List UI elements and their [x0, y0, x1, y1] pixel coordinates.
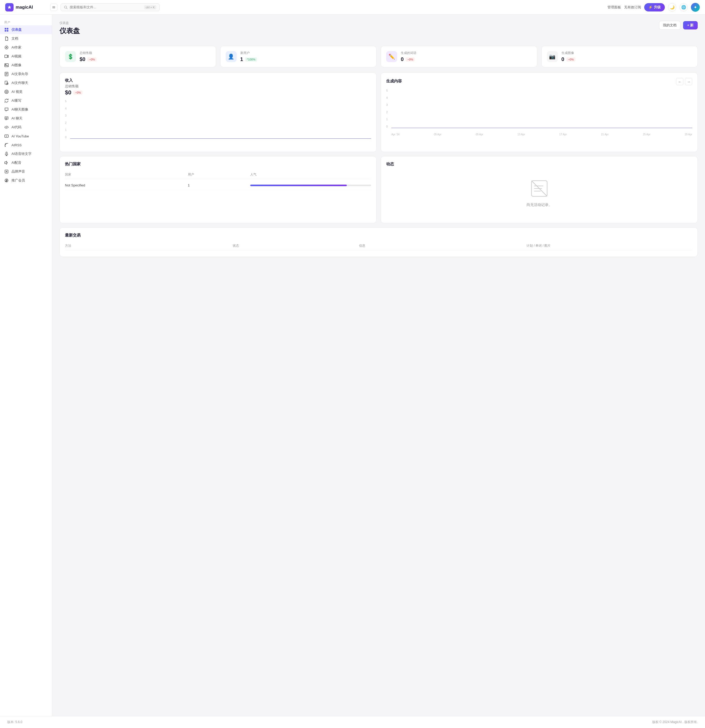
sidebar-item-ai-chat[interactable]: AI 聊天: [0, 114, 52, 123]
country-name: Not Specified: [65, 183, 186, 187]
prev-arrow-button[interactable]: ←: [676, 78, 683, 85]
rss-icon: [4, 143, 9, 147]
sidebar-item-ai-youtube[interactable]: AI YouTube: [0, 132, 52, 140]
theme-toggle-button[interactable]: 🌙: [668, 3, 676, 12]
stat-value-row-words: 0 −0%: [401, 56, 532, 62]
collapse-sidebar-button[interactable]: [50, 4, 57, 11]
nav-right: 管理面板 无有效订阅 ⚡ 升级 🌙 🌐 ✦: [607, 3, 700, 12]
col-users: 用户: [188, 172, 248, 177]
revenue-y-4: 4: [65, 107, 67, 110]
gen-y-0: 0: [386, 125, 388, 128]
search-bar[interactable]: ctrl + K: [61, 3, 160, 11]
stat-value-images: 0: [562, 56, 565, 62]
brand-icon: [4, 169, 9, 174]
sidebar-item-ai-video[interactable]: AI视频: [0, 52, 52, 61]
revenue-y-0: 0: [65, 136, 67, 139]
country-users: 1: [188, 183, 248, 187]
svg-point-18: [5, 90, 8, 94]
stat-info-images: 生成图像 0 −0%: [562, 51, 692, 62]
sidebar-item-ai-file-chat[interactable]: AI文件聊天: [0, 78, 52, 87]
sidebar-item-ai-article[interactable]: AI文章向导: [0, 69, 52, 78]
sidebar-item-ai-rewrite[interactable]: AI重写: [0, 96, 52, 105]
new-button[interactable]: + 新: [683, 21, 698, 29]
chat-icon: [4, 116, 9, 121]
generated-chart-svg: [391, 89, 692, 128]
speaker-icon: [4, 160, 9, 165]
main-content: 仪表盘 仪表盘 我的文档 + 新 💲 总销售额 $0 −0%: [52, 14, 705, 716]
stat-label-users: 新用户: [240, 51, 371, 55]
revenue-chart-area: 5 4 3 2 1 0: [65, 100, 371, 147]
tx-col-status: 状态: [233, 244, 357, 248]
revenue-subtitle: 总销售额: [65, 84, 371, 89]
sidebar-item-ai-code[interactable]: AI代码: [0, 123, 52, 132]
revenue-value-row: $0 −0%: [65, 89, 371, 96]
page-header: 仪表盘 仪表盘 我的文档 + 新: [59, 21, 698, 41]
sidebar-item-docs[interactable]: 文档: [0, 34, 52, 43]
avatar[interactable]: ✦: [691, 3, 700, 12]
gen-y-5: 5: [386, 89, 388, 92]
sidebar-item-ai-dubbing[interactable]: AI配音: [0, 158, 52, 167]
stat-label-images: 生成图像: [562, 51, 692, 55]
upgrade-button[interactable]: ⚡ 升级: [644, 3, 665, 12]
no-subscription-label: 无有效订阅: [624, 5, 641, 10]
language-button[interactable]: 🌐: [679, 3, 688, 12]
stat-value-row-sales: $0 −0%: [80, 56, 211, 62]
transactions-table-header: 方法 状态 信息 计划 / 单词 / 图片: [65, 241, 692, 250]
chat-image-icon: [4, 107, 9, 112]
article-icon: [4, 72, 9, 77]
x-label-25apr: 25 Apr: [643, 133, 650, 136]
stat-info-users: 新用户 1 ^100%: [240, 51, 371, 62]
next-arrow-button[interactable]: →: [685, 78, 692, 85]
sidebar-item-ai-chat-image[interactable]: AI聊天图像: [0, 105, 52, 114]
tx-col-method: 方法: [65, 244, 231, 248]
x-label-09apr: 09 Apr: [476, 133, 483, 136]
sidebar-section-label: 用户: [0, 19, 52, 25]
sidebar-item-airss[interactable]: AIRSS: [0, 140, 52, 149]
logo: magicAI: [5, 3, 47, 12]
svg-point-19: [6, 91, 7, 92]
x-label-21apr: 21 Apr: [601, 133, 609, 136]
sidebar-item-ai-voice[interactable]: AI语音转文字: [0, 149, 52, 158]
sidebar-item-ai-image[interactable]: AI图像: [0, 61, 52, 69]
stat-card-sales: 💲 总销售额 $0 −0%: [59, 46, 216, 67]
layout: 用户 仪表盘 文档 AI作家 AI视频: [0, 14, 705, 716]
sidebar-item-affiliate[interactable]: 推广会员: [0, 176, 52, 185]
tx-col-info: 信息: [359, 244, 525, 248]
x-label-05apr: 05 Apr: [434, 133, 442, 136]
vision-icon: [4, 90, 9, 94]
generated-content-header: 生成内容 ← →: [386, 78, 692, 85]
empty-activity-icon: [529, 178, 550, 199]
sidebar-item-ai-vision[interactable]: AI 视觉: [0, 87, 52, 96]
manage-panel-link[interactable]: 管理面板: [607, 5, 621, 10]
revenue-y-labels: 5 4 3 2 1 0: [65, 100, 67, 139]
stat-badge-words: −0%: [406, 57, 415, 62]
stat-card-users: 👤 新用户 1 ^100%: [220, 46, 377, 67]
popularity-fill: [250, 185, 347, 186]
stat-value-sales: $0: [80, 56, 85, 62]
microphone-icon: [4, 152, 9, 156]
stat-info-words: 生成的词语 0 −0%: [401, 51, 532, 62]
my-docs-button[interactable]: 我的文档: [659, 21, 680, 30]
svg-rect-26: [6, 152, 7, 154]
activity-empty-text: 尚无活动记录。: [527, 202, 552, 207]
svg-rect-8: [7, 30, 8, 32]
hot-countries-table: 国家 用户 人气 Not Specified 1: [65, 170, 371, 190]
search-input[interactable]: [69, 5, 142, 9]
x-label-apr24: Apr '24: [391, 133, 400, 136]
revenue-y-5: 5: [65, 100, 67, 103]
x-label-13apr: 13 Apr: [517, 133, 525, 136]
revenue-y-1: 1: [65, 128, 67, 131]
sidebar-item-dashboard[interactable]: 仪表盘: [0, 25, 52, 34]
generated-content-chart-area: 5 4 3 2 1 0 Apr '24: [386, 89, 692, 136]
footer: 版本: 5.6.0 版权 © 2024 MagicAI . 版权所有.: [0, 716, 705, 728]
revenue-y-3: 3: [65, 114, 67, 117]
table-row: Not Specified 1: [65, 181, 371, 190]
ai-writer-icon: [4, 45, 9, 50]
sidebar-item-ai-writer[interactable]: AI作家: [0, 43, 52, 52]
bottom-grid: 热门国家 国家 用户 人气 Not Specified 1: [59, 156, 698, 223]
revenue-badge: −0%: [73, 91, 82, 95]
dollar-icon: [4, 178, 9, 183]
sidebar-item-brand-voice[interactable]: 品牌声音: [0, 167, 52, 176]
stat-card-images: 📷 生成图像 0 −0%: [541, 46, 698, 67]
generated-content-card: 生成内容 ← → 5 4 3 2 1 0: [381, 72, 698, 152]
